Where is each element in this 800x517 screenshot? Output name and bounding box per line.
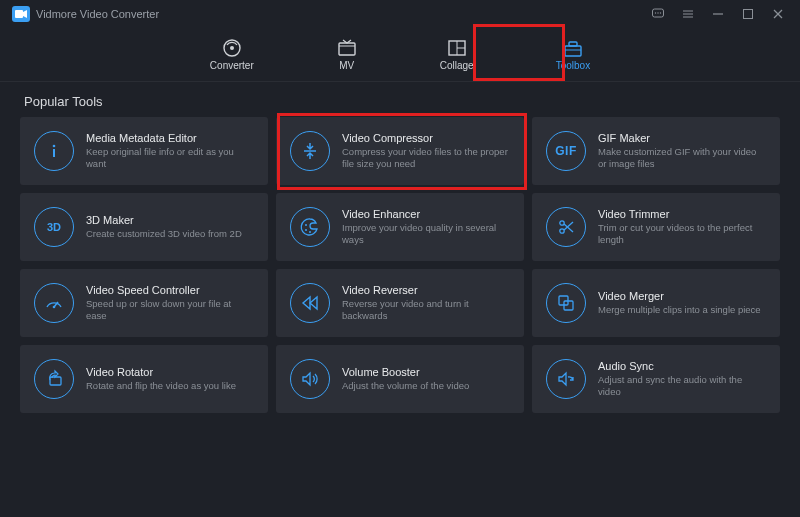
svg-rect-36 bbox=[50, 377, 61, 385]
tool-title: Video Rotator bbox=[86, 366, 236, 378]
app-title: Vidmore Video Converter bbox=[36, 8, 159, 20]
svg-rect-23 bbox=[53, 149, 55, 157]
tool-metadata[interactable]: Media Metadata Editor Keep original file… bbox=[20, 117, 268, 185]
tool-audiosync[interactable]: Audio Sync Adjust and sync the audio wit… bbox=[532, 345, 780, 413]
tool-3d[interactable]: 3D 3D Maker Create customized 3D video f… bbox=[20, 193, 268, 261]
tab-label: Toolbox bbox=[556, 60, 590, 71]
maximize-icon[interactable] bbox=[738, 4, 758, 24]
tools-grid: Media Metadata Editor Keep original file… bbox=[0, 117, 800, 429]
tool-title: 3D Maker bbox=[86, 214, 242, 226]
collage-icon bbox=[446, 38, 468, 58]
scissors-icon bbox=[546, 207, 586, 247]
tool-title: Video Speed Controller bbox=[86, 284, 254, 296]
speedometer-icon bbox=[34, 283, 74, 323]
palette-icon bbox=[290, 207, 330, 247]
3d-icon: 3D bbox=[34, 207, 74, 247]
tool-merger[interactable]: Video Merger Merge multiple clips into a… bbox=[532, 269, 780, 337]
tab-converter[interactable]: Converter bbox=[194, 34, 270, 75]
rotate-icon bbox=[34, 359, 74, 399]
svg-point-4 bbox=[660, 12, 661, 13]
tool-text: Video Reverser Reverse your video and tu… bbox=[342, 284, 510, 323]
svg-point-13 bbox=[230, 46, 234, 50]
section-title: Popular Tools bbox=[0, 82, 800, 117]
volume-icon bbox=[290, 359, 330, 399]
titlebar: Vidmore Video Converter bbox=[0, 0, 800, 28]
tool-reverser[interactable]: Video Reverser Reverse your video and tu… bbox=[276, 269, 524, 337]
svg-rect-9 bbox=[744, 10, 753, 19]
main-tabs: Converter MV Collage Toolbox bbox=[0, 28, 800, 82]
titlebar-left: Vidmore Video Converter bbox=[12, 6, 159, 22]
tool-desc: Trim or cut your videos to the perfect l… bbox=[598, 222, 766, 247]
tool-trimmer[interactable]: Video Trimmer Trim or cut your videos to… bbox=[532, 193, 780, 261]
feedback-icon[interactable] bbox=[648, 4, 668, 24]
tool-rotator[interactable]: Video Rotator Rotate and flip the video … bbox=[20, 345, 268, 413]
tab-collage[interactable]: Collage bbox=[424, 34, 490, 75]
tool-enhancer[interactable]: Video Enhancer Improve your video qualit… bbox=[276, 193, 524, 261]
tool-text: Volume Booster Adjust the volume of the … bbox=[342, 366, 469, 392]
tool-title: Media Metadata Editor bbox=[86, 132, 254, 144]
tool-title: Video Compressor bbox=[342, 132, 510, 144]
tool-desc: Create customized 3D video from 2D bbox=[86, 228, 242, 240]
svg-point-22 bbox=[53, 145, 56, 148]
tool-text: Video Enhancer Improve your video qualit… bbox=[342, 208, 510, 247]
tool-text: Video Rotator Rotate and flip the video … bbox=[86, 366, 236, 392]
tool-text: Video Speed Controller Speed up or slow … bbox=[86, 284, 254, 323]
tool-gif[interactable]: GIF GIF Maker Make customized GIF with y… bbox=[532, 117, 780, 185]
tool-title: Video Merger bbox=[598, 290, 761, 302]
svg-rect-14 bbox=[339, 43, 355, 55]
tab-mv[interactable]: MV bbox=[320, 34, 374, 75]
app-logo-icon bbox=[12, 6, 30, 22]
tool-text: Audio Sync Adjust and sync the audio wit… bbox=[598, 360, 766, 399]
tool-text: 3D Maker Create customized 3D video from… bbox=[86, 214, 242, 240]
tool-desc: Speed up or slow down your file at ease bbox=[86, 298, 254, 323]
menu-icon[interactable] bbox=[678, 4, 698, 24]
tool-desc: Merge multiple clips into a single piece bbox=[598, 304, 761, 316]
tool-desc: Keep original file info or edit as you w… bbox=[86, 146, 254, 171]
svg-rect-19 bbox=[565, 46, 581, 56]
audiosync-icon bbox=[546, 359, 586, 399]
tool-desc: Adjust and sync the audio with the video bbox=[598, 374, 766, 399]
mv-icon bbox=[336, 38, 358, 58]
tool-desc: Reverse your video and turn it backwards bbox=[342, 298, 510, 323]
titlebar-right bbox=[648, 4, 788, 24]
tool-text: Media Metadata Editor Keep original file… bbox=[86, 132, 254, 171]
tool-text: GIF Maker Make customized GIF with your … bbox=[598, 132, 766, 171]
svg-point-2 bbox=[655, 12, 656, 13]
tool-speed[interactable]: Video Speed Controller Speed up or slow … bbox=[20, 269, 268, 337]
svg-point-33 bbox=[53, 306, 56, 309]
tab-label: Converter bbox=[210, 60, 254, 71]
svg-point-29 bbox=[560, 229, 564, 233]
info-icon bbox=[34, 131, 74, 171]
svg-point-27 bbox=[309, 231, 311, 233]
tool-desc: Improve your video quality in several wa… bbox=[342, 222, 510, 247]
tool-title: Audio Sync bbox=[598, 360, 766, 372]
close-icon[interactable] bbox=[768, 4, 788, 24]
tool-title: Video Reverser bbox=[342, 284, 510, 296]
svg-rect-20 bbox=[569, 42, 577, 46]
tool-title: Volume Booster bbox=[342, 366, 469, 378]
toolbox-icon bbox=[562, 38, 584, 58]
minimize-icon[interactable] bbox=[708, 4, 728, 24]
tool-text: Video Trimmer Trim or cut your videos to… bbox=[598, 208, 766, 247]
svg-rect-0 bbox=[15, 10, 23, 18]
tool-desc: Compress your video files to the proper … bbox=[342, 146, 510, 171]
svg-point-28 bbox=[560, 221, 564, 225]
rewind-icon bbox=[290, 283, 330, 323]
tool-desc: Make customized GIF with your video or i… bbox=[598, 146, 766, 171]
gif-icon: GIF bbox=[546, 131, 586, 171]
tool-title: Video Trimmer bbox=[598, 208, 766, 220]
svg-point-26 bbox=[305, 229, 307, 231]
tool-compressor[interactable]: Video Compressor Compress your video fil… bbox=[276, 117, 524, 185]
converter-icon bbox=[221, 38, 243, 58]
tool-desc: Rotate and flip the video as you like bbox=[86, 380, 236, 392]
tab-toolbox[interactable]: Toolbox bbox=[540, 34, 606, 75]
tool-volume[interactable]: Volume Booster Adjust the volume of the … bbox=[276, 345, 524, 413]
merge-icon bbox=[546, 283, 586, 323]
tab-label: MV bbox=[339, 60, 354, 71]
compress-icon bbox=[290, 131, 330, 171]
tool-desc: Adjust the volume of the video bbox=[342, 380, 469, 392]
svg-point-25 bbox=[305, 224, 307, 226]
tab-label: Collage bbox=[440, 60, 474, 71]
tool-title: GIF Maker bbox=[598, 132, 766, 144]
tool-text: Video Merger Merge multiple clips into a… bbox=[598, 290, 761, 316]
